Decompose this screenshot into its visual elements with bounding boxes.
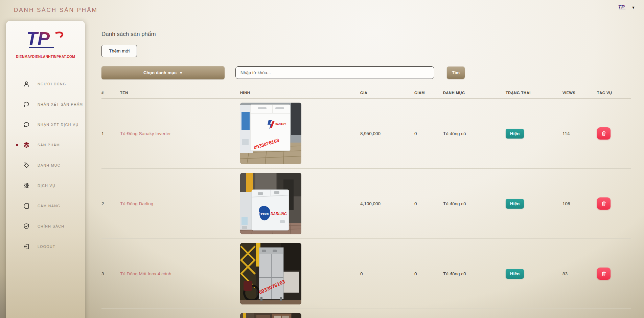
- col-price: GIÁ: [360, 91, 414, 95]
- sidebar-item-8[interactable]: LOGOUT: [6, 236, 85, 257]
- views-value: 106: [562, 201, 597, 206]
- col-discount: GIẢM: [414, 91, 443, 95]
- tp-logo: TP: [20, 28, 71, 51]
- table-row: [101, 309, 631, 318]
- sidebar-item-label: NGƯỜI DÙNG: [38, 82, 66, 86]
- sidebar: TP DIENMAYDIENLANHTINPHAT.COM NGƯỜI DÙNG: [6, 21, 85, 318]
- products-table: # TÊN HÌNH GIÁ GIẢM DANH MỤC TRẠNG THÁI …: [101, 87, 631, 318]
- col-views: VIEWS: [562, 91, 597, 95]
- category-dropdown[interactable]: Chọn danh mục▼: [101, 66, 225, 79]
- comment-icon: [23, 121, 30, 128]
- views-value: 114: [562, 131, 597, 136]
- product-image[interactable]: freezer DARLING: [240, 173, 301, 234]
- status-badge[interactable]: Hiện: [506, 199, 524, 209]
- logout-icon: [23, 243, 30, 250]
- layers-icon: [23, 141, 30, 149]
- product-name-link[interactable]: Tủ Đông Mát Inox 4 cánh: [120, 271, 171, 276]
- chevron-down-icon: ▼: [631, 5, 635, 9]
- search-button[interactable]: Tìm: [447, 66, 465, 79]
- col-category: DANH MỤC: [443, 91, 506, 95]
- discount-value: 0: [414, 201, 443, 206]
- sidebar-item-2[interactable]: NHẬN XÉT DỊCH VỤ: [6, 114, 85, 135]
- sidebar-item-label: SẢN PHẨM: [38, 143, 60, 147]
- svg-text:SANAKY: SANAKY: [275, 123, 286, 126]
- product-name-link[interactable]: Tủ Đông Darling: [120, 201, 153, 206]
- row-index: 2: [101, 201, 120, 206]
- trash-icon: [601, 271, 606, 276]
- status-badge[interactable]: Hiện: [506, 129, 524, 139]
- table-header-row: # TÊN HÌNH GIÁ GIẢM DANH MỤC TRẠNG THÁI …: [101, 87, 631, 99]
- top-header: DANH SÁCH SẢN PHẨM TP ▼: [0, 0, 644, 19]
- svg-text:freezer: freezer: [259, 212, 270, 215]
- col-status: TRẠNG THÁI: [506, 91, 562, 95]
- page-title: Danh sách sản phẩm: [101, 31, 631, 38]
- table-row: 3 Tủ Đông Mát Inox 4 cánh: [101, 239, 631, 309]
- filter-row: Chọn danh mục▼ Tìm: [101, 66, 631, 79]
- sidebar-item-0[interactable]: NGƯỜI DÙNG: [6, 74, 85, 94]
- table-row: 1 Tủ Đông Sanaky Inverter: [101, 99, 631, 169]
- tag-icon: [23, 162, 30, 169]
- svg-text:TP: TP: [618, 4, 625, 9]
- sidebar-item-4[interactable]: DANH MỤC: [6, 155, 85, 175]
- row-index: 3: [101, 271, 120, 276]
- col-image: HÌNH: [240, 91, 360, 95]
- tp-avatar-logo: TP: [618, 3, 629, 12]
- notebook-icon: [23, 202, 30, 210]
- sidebar-item-label: DANH MỤC: [38, 163, 61, 167]
- views-value: 83: [562, 271, 597, 276]
- sidebar-item-label: CẨM NANG: [38, 204, 61, 208]
- add-new-button[interactable]: Thêm mới: [101, 45, 137, 57]
- price-value: 0: [360, 271, 414, 276]
- user-menu[interactable]: TP ▼: [618, 3, 635, 12]
- product-image[interactable]: 0933076163: [240, 243, 301, 304]
- logo-domain-text: DIENMAYDIENLANHTINPHAT.COM: [6, 55, 85, 59]
- sidebar-logo: TP DIENMAYDIENLANHTINPHAT.COM: [6, 21, 85, 63]
- trash-icon: [601, 201, 606, 206]
- svg-text:DARLING: DARLING: [271, 212, 287, 216]
- sliders-icon: [23, 182, 30, 189]
- delete-button[interactable]: [597, 127, 611, 140]
- table-row: 2 Tủ Đông Darling: [101, 169, 631, 239]
- sidebar-item-label: LOGOUT: [38, 245, 55, 249]
- sidebar-item-label: NHẬN XÉT DỊCH VỤ: [38, 123, 78, 127]
- sidebar-item-5[interactable]: DỊCH VỤ: [6, 175, 85, 196]
- table-body: 1 Tủ Đông Sanaky Inverter: [101, 99, 631, 318]
- price-value: 8,950,000: [360, 131, 414, 136]
- main-content: Danh sách sản phẩm Thêm mới Chọn danh mụ…: [85, 21, 644, 318]
- col-index: #: [101, 91, 120, 95]
- sidebar-item-7[interactable]: CHÍNH SÁCH: [6, 216, 85, 236]
- delete-button[interactable]: [597, 197, 611, 210]
- svg-text:TP: TP: [26, 28, 50, 48]
- product-name-link[interactable]: Tủ Đông Sanaky Inverter: [120, 131, 171, 136]
- search-input[interactable]: [235, 66, 434, 79]
- sidebar-item-label: DỊCH VỤ: [38, 184, 55, 188]
- discount-value: 0: [414, 131, 443, 136]
- sidebar-item-label: NHẬN XÉT SẢN PHẨM: [38, 102, 83, 106]
- category-value: Tủ đông cũ: [443, 271, 506, 276]
- category-value: Tủ đông cũ: [443, 131, 506, 136]
- discount-value: 0: [414, 271, 443, 276]
- row-index: 1: [101, 131, 120, 136]
- active-dot-icon: [16, 144, 18, 146]
- comment-icon: [23, 101, 30, 108]
- category-value: Tủ đông cũ: [443, 201, 506, 206]
- user-icon: [23, 80, 30, 88]
- col-actions: TÁC VỤ: [597, 91, 631, 95]
- sidebar-nav: NGƯỜI DÙNG NHẬN XÉT SẢN PHẨM NHẬN XÉT DỊ…: [6, 69, 85, 257]
- sidebar-divider: [12, 67, 79, 67]
- shield-check-icon: [23, 222, 30, 230]
- product-image[interactable]: [240, 313, 301, 318]
- app-title: DANH SÁCH SẢN PHẨM: [14, 7, 98, 14]
- col-name: TÊN: [120, 91, 240, 95]
- sidebar-item-1[interactable]: NHẬN XÉT SẢN PHẨM: [6, 94, 85, 114]
- sidebar-item-label: CHÍNH SÁCH: [38, 224, 64, 228]
- delete-button[interactable]: [597, 268, 611, 280]
- chevron-down-icon: ▼: [179, 71, 183, 75]
- price-value: 4,100,000: [360, 201, 414, 206]
- sidebar-item-6[interactable]: CẨM NANG: [6, 196, 85, 216]
- status-badge[interactable]: Hiện: [506, 269, 524, 279]
- product-image[interactable]: SANAKY 0933076163: [240, 103, 301, 164]
- trash-icon: [601, 131, 606, 136]
- sidebar-item-3[interactable]: SẢN PHẨM: [6, 135, 85, 155]
